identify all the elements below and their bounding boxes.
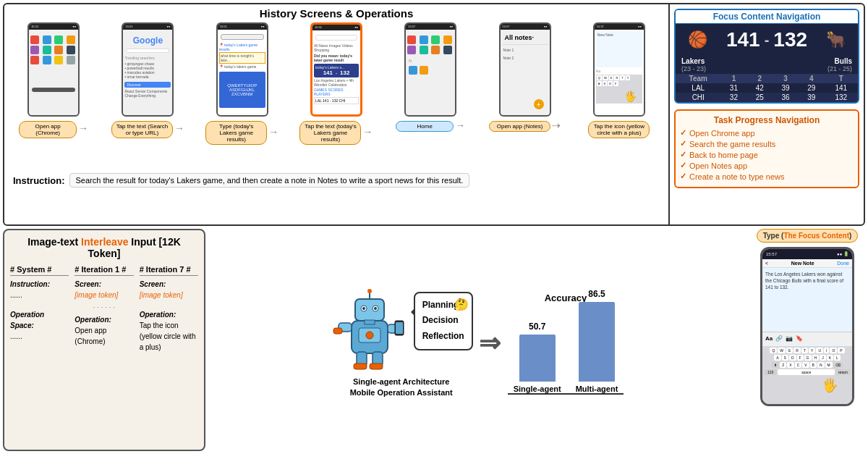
screen-item-3: 15:51●● 📍 today's Lakers game results wh…: [196, 22, 289, 145]
screen-item-2: 15:51●● Google Trending searches • gimju…: [101, 22, 194, 138]
check-icon-4: ✓: [680, 161, 686, 170]
phone-screen-6: 15:57●● All notes· Note 1 Note 2 +: [499, 22, 551, 117]
input-panel-title: Image-text Interleave Input [12K Token]: [10, 236, 198, 259]
col-q2: 2: [746, 74, 773, 83]
phone-screen-4: 15:51●● All News Images Videos Shopping …: [310, 22, 362, 117]
input-panel: Image-text Interleave Input [12K Token] …: [3, 229, 205, 451]
emoji-icon: 🤔: [454, 295, 469, 316]
task-label-4: Open Notes app: [689, 161, 747, 170]
operation-label-2: Tap the text (Search or type URL): [111, 121, 173, 138]
phone-screen-3: 15:51●● 📍 today's Lakers game results wh…: [216, 22, 268, 117]
operation-label-6: Open app (Notes): [489, 121, 550, 132]
decision-text: Decision: [422, 313, 464, 329]
screen-item-6: 15:57●● All notes· Note 1 Note 2 + Open …: [478, 22, 571, 132]
task-progress-title: Task Progress Navigation: [680, 115, 854, 125]
col-q4: 4: [799, 74, 825, 83]
iter7-operation: Operation:: [140, 309, 198, 320]
team1-name: Lakers: [681, 57, 706, 65]
screen-item-7: 15:57●● New Note Aa Q W E R T: [573, 22, 665, 138]
team-name-row: Lakers (23 - 23) Bulls (21 - 25): [676, 56, 858, 74]
check-icon-1: ✓: [680, 128, 686, 138]
bulls-logo: 🐂: [826, 30, 846, 49]
operation-label-4: Tap the text (today's Lakers game result…: [299, 121, 361, 145]
iter1-image: [image token]: [75, 290, 133, 300]
screen-item-4: 15:51●● All News Images Videos Shopping …: [290, 22, 383, 145]
sys-instruction: Instruction:: [10, 279, 69, 290]
svg-point-8: [367, 289, 372, 293]
iter7-image: [image token]: [140, 290, 198, 300]
bar-label-single: Single-agent: [514, 384, 561, 393]
main-container: History Screens & Operations 15:51●●: [0, 0, 868, 454]
bar-label-multi: Multi-agent: [576, 384, 618, 393]
chart-container: Accuracy 50.7 Single-agent 86.5: [506, 293, 626, 395]
task-label-1: Open Chrome app: [689, 129, 755, 138]
lakers-row: LAL31423929141: [676, 83, 858, 93]
svg-rect-13: [396, 322, 403, 334]
arrow-section: Single-agent ArchitectureMobile Operatio…: [350, 377, 453, 399]
bulls-row: CHI32253639132: [676, 93, 858, 102]
focus-nav-title: Focus Content Navigation: [676, 10, 858, 24]
system-header: # System #: [10, 265, 69, 276]
iter7-op-text: Tap the icon (yellow circle with a plus): [140, 320, 198, 353]
bottom-section: Image-text Interleave Input [12K Token] …: [3, 229, 865, 451]
focus-content-label: Type (The Focus Content): [757, 229, 859, 243]
history-title: History Screens & Operations: [7, 7, 665, 20]
iter1-screen: Screen:: [75, 279, 133, 290]
middle-area: Planning Decision Reflection 🤔 Single-ag…: [210, 229, 745, 451]
phone-keyboard[interactable]: QWE RTY UIO P ASD FGH JKL ⬆ ZXC VBN: [762, 346, 852, 404]
phone-screen-1: 15:51●●: [27, 22, 80, 117]
score1: 141: [726, 28, 760, 51]
iter1-op-text: Open app (Chrome): [75, 325, 133, 347]
note-text: The Los Angeles Lakers won against the C…: [765, 271, 849, 290]
task-item-1: ✓ Open Chrome app: [680, 128, 854, 138]
svg-point-5: [374, 307, 377, 310]
speech-bubble-container: Planning Decision Reflection 🤔: [414, 292, 473, 350]
svg-rect-10: [333, 328, 342, 334]
score2: 132: [773, 28, 807, 51]
iter1-operation: Operation:: [75, 314, 133, 325]
reflection-text: Reflection: [422, 329, 464, 345]
team2-name: Bulls: [827, 57, 852, 65]
bar-col-multi: 86.5 Multi-agent: [576, 302, 618, 393]
iter7-header: # Iteration 7 #: [140, 265, 198, 276]
bar-value-multi: 86.5: [588, 289, 605, 299]
history-area: History Screens & Operations 15:51●●: [4, 4, 668, 224]
score-board: 🏀 141 - 132 🐂: [676, 24, 858, 56]
task-label-2: Search the game results: [689, 140, 775, 148]
task-item-4: ✓ Open Notes app: [680, 161, 854, 170]
svg-point-4: [362, 307, 365, 310]
system-col: # System # Instruction: ...... Operation…: [10, 265, 69, 353]
svg-rect-16: [354, 363, 367, 369]
operation-label-5: Home: [396, 121, 454, 132]
operation-label-1: Open app (Chrome): [19, 121, 77, 138]
top-section: History Screens & Operations 15:51●●: [3, 3, 865, 226]
operation-label-3: Type (today's Lakers game results): [205, 121, 267, 145]
chart-axis: [508, 393, 624, 395]
col-team: Team: [676, 74, 721, 83]
focus-nav: Focus Content Navigation 🏀 141 - 132 🐂: [674, 9, 859, 104]
instruction-label: Instruction:: [13, 175, 65, 186]
score-dash: -: [765, 32, 770, 49]
col-total: T: [825, 74, 858, 83]
instruction-bar: Instruction: Search the result for today…: [7, 170, 665, 190]
task-label-5: Create a note to type news: [689, 172, 784, 181]
task-label-3: Back to home page: [689, 151, 758, 159]
task-item-2: ✓ Search the game results: [680, 139, 854, 148]
task-progress: Task Progress Navigation ✓ Open Chrome a…: [674, 109, 859, 188]
robot-figure: [330, 288, 409, 375]
bar-value-single: 50.7: [529, 321, 545, 332]
col-q3: 3: [773, 74, 799, 83]
check-icon-5: ✓: [680, 172, 686, 181]
bar-single: 50.7: [519, 335, 556, 382]
focus-phone-panel: Type (The Focus Content) 15:57 ●● 🔋 < Ne…: [749, 229, 865, 451]
phone-large: 15:57 ●● 🔋 < New Note Done The Los Angel…: [760, 247, 854, 406]
phone-screen-5: 15:57●● N: [404, 22, 456, 117]
right-panel: Focus Content Navigation 🏀 141 - 132 🐂: [668, 4, 864, 224]
bar-multi: 86.5: [579, 302, 615, 382]
middle-dots: · · · · · ·: [75, 303, 133, 311]
team2-record: (21 - 25): [827, 65, 852, 72]
sys-opspace: Operation Space:: [10, 309, 69, 331]
robot-section: Planning Decision Reflection 🤔 Single-ag…: [330, 288, 473, 399]
task-item-5: ✓ Create a note to type news: [680, 172, 854, 181]
focus-orange: The Focus Content: [783, 232, 849, 240]
